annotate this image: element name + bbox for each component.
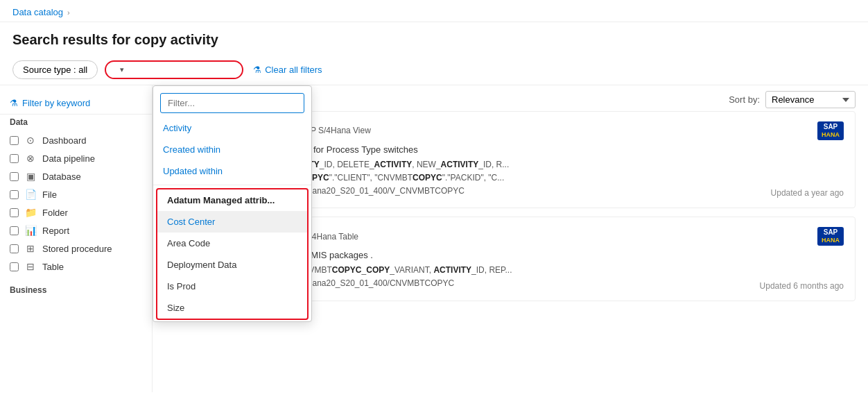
- toolbar: Source type : all ▾ ⚗ Clear all filters …: [0, 55, 868, 85]
- page-header: Search results for copy activity: [0, 22, 868, 55]
- sidebar-checkbox-data-pipeline[interactable]: [10, 154, 19, 163]
- sap-badge-2: SAP HANA: [817, 227, 844, 246]
- table-icon: ⊟: [24, 261, 37, 272]
- dropdown-section: Activity Created within Updated within A…: [153, 117, 311, 320]
- sort-label: Sort by:: [729, 94, 760, 105]
- folder-icon: 📁: [24, 207, 37, 218]
- clear-filters-button[interactable]: ⚗ Clear all filters: [253, 65, 322, 75]
- sidebar-checkbox-table[interactable]: [10, 262, 19, 271]
- sidebar-item-label-file: File: [42, 189, 57, 200]
- sidebar-item-label-data-pipeline: Data pipeline: [42, 153, 95, 164]
- dropdown-item-updated-within[interactable]: Updated within: [153, 160, 311, 182]
- sidebar-checkbox-dashboard[interactable]: [10, 136, 19, 145]
- chevron-down-icon: ▾: [120, 65, 124, 74]
- sidebar-item-data-pipeline[interactable]: ⊗ Data pipeline: [0, 149, 152, 167]
- sidebar-item-report[interactable]: 📊 Report: [0, 221, 152, 239]
- report-icon: 📊: [24, 225, 37, 236]
- result-updated-1: Updated a year ago: [771, 188, 844, 198]
- dropdown-item-deployment-data[interactable]: Deployment Data: [157, 254, 307, 276]
- data-pipeline-icon: ⊗: [24, 153, 37, 164]
- keyword-filter-row: ⚗ Filter by keyword: [0, 94, 152, 115]
- dropdown-filter-input[interactable]: [160, 93, 304, 113]
- filter-icon: ⚗: [253, 65, 261, 75]
- sort-select[interactable]: Relevance Name Last updated: [765, 91, 856, 108]
- dropdown-item-cost-center[interactable]: Cost Center: [157, 211, 307, 233]
- sidebar-item-table[interactable]: ⊟ Table: [0, 257, 152, 276]
- sidebar-item-label-dashboard: Dashboard: [42, 135, 87, 146]
- sidebar-item-label-report: Report: [42, 226, 69, 236]
- sidebar-item-database[interactable]: ▣ Database: [0, 167, 152, 185]
- sap-label: SAP: [824, 123, 838, 131]
- keyword-filter-label[interactable]: Filter by keyword: [22, 98, 90, 108]
- hana-label-2: HANA: [822, 237, 840, 244]
- page-title: Search results for copy activity: [12, 32, 856, 48]
- breadcrumb-link[interactable]: Data catalog: [12, 7, 63, 17]
- dropdown-item-created-within[interactable]: Created within: [153, 139, 311, 160]
- sidebar-item-label-stored-procedure: Stored procedure: [42, 244, 112, 254]
- dashboard-icon: ⊙: [24, 135, 37, 146]
- hana-label: HANA: [822, 131, 840, 139]
- sidebar: ⚗ Filter by keyword Data ⊙ Dashboard ⊗ D…: [0, 85, 153, 392]
- sidebar-item-file[interactable]: 📄 File: [0, 185, 152, 203]
- file-icon: 📄: [24, 189, 37, 200]
- dropdown-item-adatum[interactable]: Adatum Managed attrib...: [157, 189, 307, 211]
- sort-bar: Sort by: Relevance Name Last updated: [729, 85, 856, 111]
- source-type-filter-chip[interactable]: Source type : all: [12, 60, 98, 79]
- sidebar-item-stored-procedure[interactable]: ⊞ Stored procedure: [0, 239, 152, 257]
- database-icon: ▣: [24, 171, 37, 182]
- sidebar-data-section: Data: [0, 115, 152, 131]
- dropdown-divider: [153, 185, 311, 185]
- dropdown-overlay: Activity Created within Updated within A…: [153, 85, 312, 322]
- dropdown-button[interactable]: ▾: [105, 60, 243, 79]
- sidebar-business-section: Business: [0, 282, 152, 299]
- sidebar-checkbox-report[interactable]: [10, 226, 19, 235]
- sidebar-checkbox-file[interactable]: [10, 190, 19, 199]
- sidebar-item-dashboard[interactable]: ⊙ Dashboard: [0, 131, 152, 149]
- breadcrumb-separator: ›: [67, 8, 70, 17]
- sidebar-checkbox-database[interactable]: [10, 172, 19, 181]
- dropdown-item-is-prod[interactable]: Is Prod: [157, 276, 307, 297]
- sidebar-item-label-database: Database: [42, 171, 81, 182]
- sidebar-checkbox-stored-procedure[interactable]: [10, 244, 19, 253]
- breadcrumb: Data catalog ›: [0, 0, 868, 22]
- dropdown-item-area-code[interactable]: Area Code: [157, 233, 307, 254]
- sap-badge-1: SAP HANA: [817, 121, 844, 140]
- result-updated-2: Updated 6 months ago: [760, 281, 844, 291]
- sap-label-2: SAP: [824, 228, 838, 237]
- sidebar-item-folder[interactable]: 📁 Folder: [0, 203, 152, 221]
- filter-icon: ⚗: [10, 98, 18, 108]
- dropdown-item-size[interactable]: Size: [157, 297, 307, 319]
- sidebar-checkbox-folder[interactable]: [10, 208, 19, 217]
- sidebar-item-label-table: Table: [42, 262, 64, 272]
- sidebar-item-label-folder: Folder: [42, 208, 68, 218]
- stored-procedure-icon: ⊞: [24, 243, 37, 254]
- main-layout: ⚗ Filter by keyword Data ⊙ Dashboard ⊗ D…: [0, 85, 868, 392]
- dropdown-item-activity[interactable]: Activity: [153, 117, 311, 139]
- clear-filters-label: Clear all filters: [265, 65, 322, 75]
